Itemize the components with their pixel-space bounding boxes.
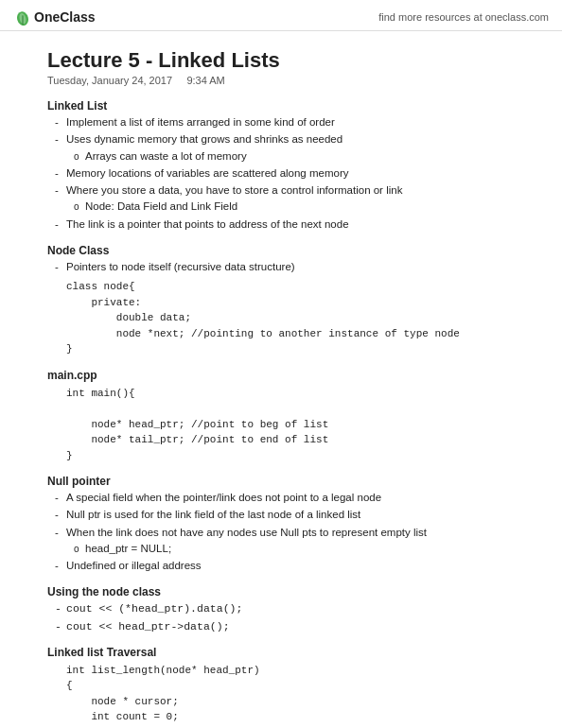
list-item: Implement a list of items arranged in so… xyxy=(47,114,515,130)
sub-list: Arrays can waste a lot of memory xyxy=(66,148,515,165)
list-item: head_ptr = NULL; xyxy=(66,541,515,557)
content-area: Lecture 5 - Linked Lists Tuesday, Januar… xyxy=(0,31,562,728)
section-main-cpp-title: main.cpp xyxy=(47,369,515,382)
section-traversal-title: Linked list Traversal xyxy=(47,646,515,659)
null-pointer-items: A special field when the pointer/link do… xyxy=(47,490,515,574)
oneclass-leaf-icon xyxy=(13,8,32,26)
main-cpp-code: int main(){ node* head_ptr; //point to b… xyxy=(66,386,515,464)
section-using-node-title: Using the node class xyxy=(47,585,515,598)
traversal-code: int list_length(node* head_ptr) { node *… xyxy=(66,663,515,728)
list-item: Pointers to node itself (recursive data … xyxy=(47,259,515,275)
list-item: cout << (*head_ptr).data(); xyxy=(47,600,515,616)
node-class-code: class node{ private: double data; node *… xyxy=(66,279,515,357)
section-null-pointer-title: Null pointer xyxy=(47,475,515,488)
list-item: The link is a pointer that points to add… xyxy=(47,217,515,233)
list-item: cout << head_ptr->data(); xyxy=(47,618,515,634)
list-item: Node: Data Field and Link Field xyxy=(66,199,515,215)
list-item: Uses dynamic memory that grows and shrin… xyxy=(47,131,515,165)
list-item: Where you store a data, you have to stor… xyxy=(47,182,515,216)
header-logo-text: OneClass xyxy=(34,9,96,25)
section-node-class-title: Node Class xyxy=(47,244,515,257)
page-title: Lecture 5 - Linked Lists xyxy=(47,48,515,73)
list-item: Undefined or illegal address xyxy=(47,558,515,574)
list-item: When the link does not have any nodes us… xyxy=(47,525,515,558)
header: OneClass find more resources at oneclass… xyxy=(0,0,562,31)
section-linked-list-title: Linked List xyxy=(47,99,515,113)
list-item: Arrays can waste a lot of memory xyxy=(66,148,515,165)
lecture-meta: Tuesday, January 24, 2017 9:34 AM xyxy=(47,75,515,86)
header-logo: OneClass xyxy=(13,8,96,26)
sub-list: head_ptr = NULL; xyxy=(66,541,515,557)
list-item: Null ptr is used for the link field of t… xyxy=(47,507,515,523)
list-item: A special field when the pointer/link do… xyxy=(47,490,515,506)
list-item: Memory locations of variables are scatte… xyxy=(47,165,515,182)
node-class-items: Pointers to node itself (recursive data … xyxy=(47,259,515,275)
lecture-time: 9:34 AM xyxy=(186,75,224,86)
linked-list-items: Implement a list of items arranged in so… xyxy=(47,114,515,233)
header-link: find more resources at oneclass.com xyxy=(378,11,549,23)
using-node-items: cout << (*head_ptr).data(); cout << head… xyxy=(47,600,515,634)
lecture-date: Tuesday, January 24, 2017 xyxy=(47,75,172,86)
sub-list: Node: Data Field and Link Field xyxy=(66,199,515,215)
